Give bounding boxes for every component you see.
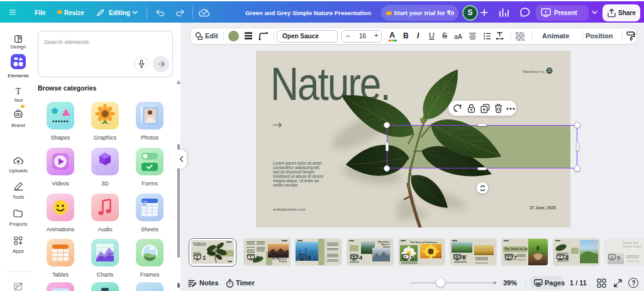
- svg-text:f(x): f(x): [143, 200, 148, 203]
